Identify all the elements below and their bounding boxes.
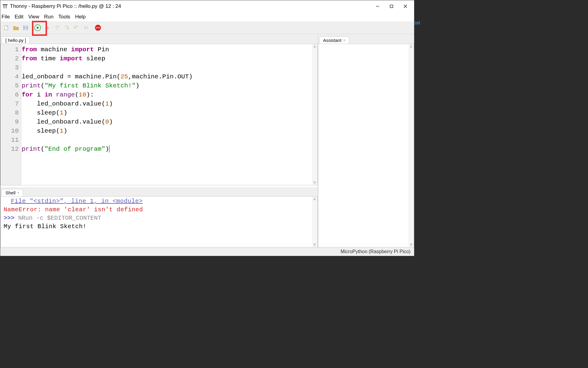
menu-file[interactable]: File [0, 13, 12, 20]
line-number: 7 [2, 99, 19, 109]
stop-button[interactable]: STOP [94, 24, 102, 32]
assistant-panel: Assistant × [318, 34, 414, 247]
line-number: 5 [2, 81, 19, 90]
menu-bar: File Edit View Run Tools Help [0, 12, 414, 21]
code-line[interactable]: led_onboard.value(0) [22, 118, 317, 127]
line-number: 3 [2, 63, 19, 72]
svg-text:STOP: STOP [96, 27, 100, 29]
svg-rect-14 [87, 26, 88, 29]
code-line[interactable]: sleep(1) [22, 109, 317, 118]
line-number: 6 [2, 90, 19, 99]
code-line[interactable] [22, 136, 317, 145]
shell-prompt-line: >>> %Run -c $EDITOR_CONTENT [4, 214, 314, 222]
menu-help[interactable]: Help [73, 13, 88, 20]
step-into-button[interactable] [62, 24, 71, 32]
line-number: 1 [2, 45, 19, 54]
status-bar: MicroPython (Raspberry Pi Pico) [0, 247, 414, 256]
editor-gutter: 123456789101112 [1, 44, 22, 185]
menu-edit[interactable]: Edit [12, 13, 26, 20]
line-number: 9 [2, 118, 19, 127]
svg-point-9 [46, 27, 49, 30]
assistant-tab-row: Assistant × [318, 34, 414, 44]
shell-output-line: My first Blink Sketch! [4, 222, 314, 231]
svg-rect-1 [390, 5, 393, 8]
window-title: Thonny - Raspberry Pi Pico :: /hello.py … [10, 3, 371, 9]
step-over-button[interactable] [53, 24, 61, 32]
line-number: 2 [2, 54, 19, 63]
maximize-button[interactable] [385, 0, 398, 12]
left-column: [ hello.py ] 123456789101112 from machin… [0, 34, 318, 247]
new-file-button[interactable] [2, 24, 11, 32]
menu-view[interactable]: View [26, 13, 42, 20]
assistant-body [318, 44, 414, 247]
line-number: 12 [2, 145, 19, 154]
assistant-tab[interactable]: Assistant × [319, 36, 349, 44]
close-button[interactable] [398, 0, 412, 12]
shell-scrollbar[interactable] [312, 197, 317, 247]
menu-run[interactable]: Run [42, 13, 56, 20]
interpreter-label[interactable]: MicroPython (Raspberry Pi Pico) [341, 249, 410, 254]
line-number: 10 [2, 127, 19, 136]
open-file-button[interactable] [12, 24, 20, 32]
editor-tab-hello[interactable]: [ hello.py ] [2, 36, 30, 44]
code-line[interactable]: for i in range(10): [22, 90, 317, 99]
svg-point-13 [56, 28, 58, 30]
save-button[interactable] [21, 24, 30, 32]
svg-rect-7 [24, 28, 27, 30]
code-line[interactable]: print("End of program") [22, 145, 317, 154]
debug-button[interactable] [43, 24, 52, 32]
code-editor[interactable]: 123456789101112 from machine import Pinf… [0, 44, 318, 185]
workspace: [ hello.py ] 123456789101112 from machin… [0, 34, 414, 247]
editor-code-area[interactable]: from machine import Pinfrom time import … [22, 44, 317, 185]
svg-rect-6 [24, 26, 27, 27]
thonny-app-icon [2, 3, 8, 9]
code-line[interactable]: sleep(1) [22, 127, 317, 136]
shell-tab[interactable]: Shell × [2, 189, 23, 196]
close-icon[interactable]: × [343, 38, 345, 42]
code-line[interactable]: from machine import Pin [22, 45, 317, 54]
shell-tab-row: Shell × [0, 187, 318, 196]
window-controls [371, 0, 412, 12]
shell-panel: Shell × File "<stdin>", line 1, in <modu… [0, 187, 318, 247]
code-line[interactable] [22, 63, 317, 72]
line-number: 11 [2, 136, 19, 145]
shell-error-line: NameError: name 'clear' isn't defined [4, 206, 314, 214]
code-line[interactable]: print("My first Blink Sketch!") [22, 81, 317, 90]
minimize-button[interactable] [371, 0, 385, 12]
step-out-button[interactable] [72, 24, 80, 32]
menu-tools[interactable]: Tools [56, 13, 73, 20]
code-line[interactable]: led_onboard.value(1) [22, 99, 317, 109]
code-line[interactable]: from time import sleep [22, 54, 317, 63]
title-bar: Thonny - Raspberry Pi Pico :: /hello.py … [0, 0, 414, 12]
shell-command: %Run -c $EDITOR_CONTENT [18, 215, 101, 222]
assistant-scrollbar[interactable] [408, 44, 414, 247]
shell-prompt: >>> [4, 215, 18, 222]
close-icon[interactable]: × [17, 191, 19, 195]
background-fragment: ost [414, 20, 420, 26]
toolbar: STOP [0, 21, 414, 34]
assistant-tab-label: Assistant [323, 38, 341, 43]
line-number: 8 [2, 109, 19, 118]
line-number: 4 [2, 72, 19, 81]
shell-tab-label: Shell [5, 190, 15, 195]
editor-scrollbar[interactable] [312, 44, 317, 185]
resume-button[interactable] [82, 24, 90, 32]
editor-tab-label: [ hello.py ] [5, 38, 26, 43]
shell-traceback-line: File "<stdin>", line 1, in <module> [4, 197, 314, 206]
code-line[interactable]: led_onboard = machine.Pin(25,machine.Pin… [22, 72, 317, 81]
editor-tab-row: [ hello.py ] [0, 34, 318, 44]
thonny-window: Thonny - Raspberry Pi Pico :: /hello.py … [0, 0, 414, 256]
run-button[interactable] [33, 24, 42, 32]
svg-rect-4 [5, 26, 8, 30]
shell-output[interactable]: File "<stdin>", line 1, in <module> Name… [0, 196, 318, 247]
